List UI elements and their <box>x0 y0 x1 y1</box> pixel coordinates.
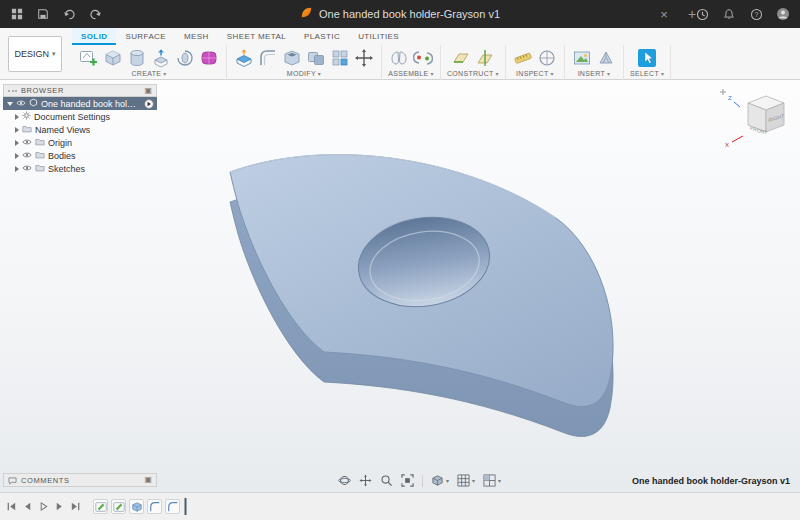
help-icon[interactable]: ? <box>749 7 763 21</box>
go-to-end-icon[interactable] <box>70 501 81 512</box>
pattern-icon[interactable] <box>329 47 351 69</box>
combine-icon[interactable] <box>305 47 327 69</box>
browser-header[interactable]: BROWSER ▣ <box>3 84 157 97</box>
create-menu-label[interactable]: CREATE <box>132 70 167 77</box>
browser-item-bodies[interactable]: Bodies <box>3 149 157 162</box>
insert-mesh-icon[interactable] <box>595 47 617 69</box>
eye-icon[interactable] <box>16 99 26 109</box>
expand-closed-icon[interactable] <box>15 127 19 133</box>
play-icon[interactable] <box>38 501 49 512</box>
expand-open-icon[interactable] <box>7 102 13 106</box>
workspace-switcher[interactable]: DESIGN <box>8 36 62 72</box>
move-copy-icon[interactable] <box>353 47 375 69</box>
job-status-icon[interactable] <box>695 7 709 21</box>
document-tab[interactable]: One handed book holder-Grayson v1 <box>300 5 500 23</box>
inspect-menu-label[interactable]: INSPECT <box>516 70 554 77</box>
grid-display-icon[interactable] <box>457 474 475 487</box>
construction-plane-icon[interactable] <box>450 47 472 69</box>
measure-icon[interactable] <box>512 47 534 69</box>
browser-item-named-views[interactable]: Named Views <box>3 123 157 136</box>
press-pull-icon[interactable] <box>233 47 255 69</box>
eye-icon[interactable] <box>22 151 32 161</box>
axis-z-label: Z <box>728 95 732 101</box>
redo-icon[interactable] <box>88 7 102 21</box>
view-cube-body[interactable]: FRONT RIGHT <box>748 96 784 136</box>
display-settings-icon[interactable] <box>431 474 449 487</box>
fit-icon[interactable] <box>401 474 414 487</box>
timeline-playhead[interactable] <box>183 498 188 515</box>
extrude-icon[interactable] <box>150 47 172 69</box>
fusion-app-window: One handed book holder-Grayson v1 × + ? … <box>0 0 800 520</box>
step-back-icon[interactable] <box>22 501 33 512</box>
go-to-start-icon[interactable] <box>6 501 17 512</box>
step-forward-icon[interactable] <box>54 501 65 512</box>
new-component-icon[interactable] <box>388 47 410 69</box>
save-icon[interactable] <box>36 7 50 21</box>
eye-icon[interactable] <box>22 164 32 174</box>
panel-dock-icon[interactable]: ▣ <box>144 87 152 95</box>
tab-utilities[interactable]: UTILITIES <box>349 28 408 45</box>
comment-bubble-icon <box>8 471 17 489</box>
comments-panel[interactable]: COMMENTS ▣ <box>3 473 157 487</box>
feature-sketch-icon[interactable] <box>111 499 126 514</box>
canvas-icon[interactable] <box>571 47 593 69</box>
tab-solid[interactable]: SOLID <box>72 28 116 45</box>
pan-icon[interactable] <box>359 474 372 487</box>
view-cube[interactable]: Z X FRONT RIGHT <box>716 86 792 154</box>
revolve-icon[interactable] <box>174 47 196 69</box>
orbit-icon[interactable] <box>338 474 351 487</box>
assemble-menu-label[interactable]: ASSEMBLE <box>388 70 433 77</box>
ribbon-tabs: SOLID SURFACE MESH SHEET METAL PLASTIC U… <box>72 28 408 45</box>
feature-fillet-icon[interactable] <box>147 499 162 514</box>
construct-menu-label[interactable]: CONSTRUCT <box>447 70 499 77</box>
zoom-icon[interactable] <box>380 474 393 487</box>
box-icon[interactable] <box>102 47 124 69</box>
fillet-icon[interactable] <box>257 47 279 69</box>
insert-menu-label[interactable]: INSERT <box>578 70 611 77</box>
folder-icon <box>22 125 32 135</box>
panel-expand-icon[interactable]: ▣ <box>144 476 152 484</box>
form-icon[interactable] <box>198 47 220 69</box>
cylinder-icon[interactable] <box>126 47 148 69</box>
viewport[interactable]: Z X FRONT RIGHT BROWSER ▣ <box>0 80 800 492</box>
feature-fillet-icon[interactable] <box>165 499 180 514</box>
tab-sheet-metal[interactable]: SHEET METAL <box>218 28 295 45</box>
browser-item-document-settings[interactable]: Document Settings <box>3 110 157 123</box>
tab-mesh[interactable]: MESH <box>175 28 218 45</box>
folder-icon <box>35 138 45 148</box>
toolbar-divider <box>422 475 423 487</box>
activate-component-radio[interactable] <box>144 99 154 109</box>
tab-plastic[interactable]: PLASTIC <box>295 28 349 45</box>
select-icon[interactable] <box>636 47 658 69</box>
close-tab-button[interactable]: × <box>656 7 672 22</box>
browser-item-sketches[interactable]: Sketches <box>3 162 157 175</box>
multiple-views-icon[interactable] <box>483 474 501 487</box>
select-menu-label[interactable]: SELECT <box>630 70 664 77</box>
modify-menu-label[interactable]: MODIFY <box>287 70 321 77</box>
undo-icon[interactable] <box>62 7 76 21</box>
expand-closed-icon[interactable] <box>15 153 19 159</box>
eye-icon[interactable] <box>22 138 32 148</box>
expand-closed-icon[interactable] <box>15 114 19 120</box>
browser-root-component[interactable]: One handed book holder-G... <box>3 97 157 110</box>
section-analysis-icon[interactable] <box>536 47 558 69</box>
browser-item-origin[interactable]: Origin <box>3 136 157 149</box>
joint-icon[interactable] <box>412 47 434 69</box>
tab-surface[interactable]: SURFACE <box>116 28 175 45</box>
timeline-playback-controls <box>6 501 81 512</box>
svg-text:?: ? <box>754 10 758 17</box>
expand-closed-icon[interactable] <box>15 166 19 172</box>
folder-icon <box>35 164 45 174</box>
document-title: One handed book holder-Grayson v1 <box>319 8 500 20</box>
construction-axis-icon[interactable] <box>474 47 496 69</box>
navigation-toolbar <box>338 474 501 487</box>
feature-extrude-icon[interactable] <box>129 499 144 514</box>
shell-icon[interactable] <box>281 47 303 69</box>
user-avatar[interactable] <box>776 7 790 21</box>
app-grid-icon[interactable] <box>10 7 24 21</box>
feature-sketch-icon[interactable] <box>93 499 108 514</box>
expand-closed-icon[interactable] <box>15 140 19 146</box>
create-sketch-icon[interactable] <box>78 47 100 69</box>
notifications-bell-icon[interactable] <box>722 7 736 21</box>
model-body[interactable] <box>230 155 613 437</box>
